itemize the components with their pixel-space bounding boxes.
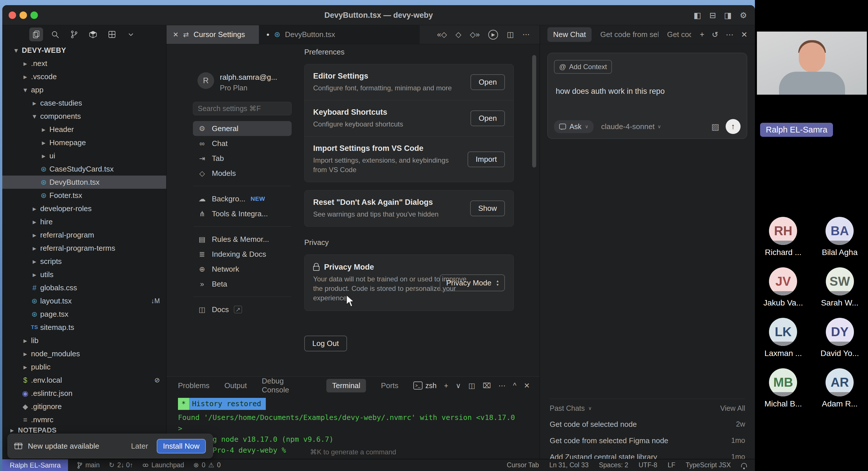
explorer-item[interactable]: ⊛ layout.tsx ↓M xyxy=(2,294,166,307)
layouts-icon[interactable] xyxy=(105,28,119,41)
sync-item[interactable]: ↻ 2↓ 0↑ xyxy=(109,461,133,469)
source-control-icon[interactable] xyxy=(67,28,81,41)
status-item[interactable]: Spaces: 2 xyxy=(599,461,628,469)
settings-nav-item[interactable]: ◇ Models xyxy=(193,166,291,181)
titlebar-icon[interactable]: ◧ xyxy=(693,11,701,20)
explorer-item[interactable]: ▸ developer-roles xyxy=(2,202,166,215)
participant[interactable]: AR Adam R... xyxy=(822,368,857,408)
settings-nav-item[interactable]: ▤ Rules & Memor... xyxy=(193,232,291,247)
explorer-item[interactable]: ▾ app xyxy=(2,83,166,96)
titlebar-icon[interactable]: ⚙ xyxy=(740,11,747,20)
chat-tab[interactable]: Get cod xyxy=(667,30,691,39)
explorer-item[interactable]: ▸ Header xyxy=(2,123,166,136)
explorer-item[interactable]: ≡ .nvmrc xyxy=(2,413,166,426)
status-item[interactable]: TypeScript JSX xyxy=(686,461,731,469)
explorer-item[interactable]: ▾ components xyxy=(2,109,166,123)
terminal-output[interactable]: * History restored Found '/Users/home/Do… xyxy=(166,395,539,456)
chat-prompt-text[interactable]: how does auth work in this repo xyxy=(556,87,665,96)
explorer-item[interactable]: ▸ node_modules xyxy=(2,347,166,360)
send-button[interactable]: ↑ xyxy=(725,119,741,134)
settings-nav-item[interactable]: ⚙ General xyxy=(193,121,291,136)
editor-action-icon[interactable]: ◇ xyxy=(456,30,461,39)
settings-nav-item[interactable]: » Beta xyxy=(193,276,291,292)
launchpad-item[interactable]: Launchpad xyxy=(143,461,184,469)
explorer-icon[interactable] xyxy=(29,28,43,41)
privacy-mode-select[interactable]: Privacy Mode ▴▾ xyxy=(440,274,505,291)
chat-action-icon[interactable]: ⋯ xyxy=(725,30,733,39)
participant[interactable]: LK Laxman ... xyxy=(764,318,802,358)
titlebar-icon[interactable]: ◨ xyxy=(724,11,732,20)
participant[interactable]: SW Sarah W... xyxy=(821,267,859,307)
preference-action-button[interactable]: Import xyxy=(468,152,505,167)
explorer-item[interactable]: ▸ scripts xyxy=(2,255,166,268)
status-item[interactable]: Cursor Tab xyxy=(507,461,539,469)
explorer-item[interactable]: TS sitemap.ts xyxy=(2,321,166,334)
settings-nav-item[interactable]: ⋔ Tools & Integra... xyxy=(193,206,291,221)
log-out-button[interactable]: Log Out xyxy=(304,336,347,351)
video-feed[interactable] xyxy=(757,32,867,95)
explorer-item[interactable]: ▸ .next xyxy=(2,57,166,70)
explorer-item[interactable]: ◆ .gitignore xyxy=(2,400,166,413)
view-all-link[interactable]: View All xyxy=(720,404,745,412)
explorer-item[interactable]: ⊛ page.tsx xyxy=(2,307,166,321)
explorer-item[interactable]: # globals.css xyxy=(2,281,166,294)
status-item[interactable]: Ln 31, Col 33 xyxy=(549,461,589,469)
explorer-item[interactable]: ▸ ui xyxy=(2,149,166,162)
panel-tab[interactable]: Output xyxy=(224,381,247,390)
panel-tab[interactable]: Terminal xyxy=(327,379,366,393)
editor-action-icon[interactable]: ◫ xyxy=(507,30,514,39)
panel-tab[interactable]: Problems xyxy=(178,381,210,390)
panel-tab[interactable]: Debug Console xyxy=(262,377,311,395)
ask-mode-dropdown[interactable]: Ask ∨ xyxy=(554,120,594,133)
participant[interactable]: JV Jakub Va... xyxy=(763,267,803,307)
explorer-item[interactable]: ⊛ DevyButton.tsx xyxy=(2,175,166,189)
past-chat-item[interactable]: Get code from selected Figma node 1mo xyxy=(550,436,745,445)
explorer-item[interactable]: ▸ public xyxy=(2,360,166,373)
extensions-icon[interactable] xyxy=(86,28,100,41)
search-icon[interactable] xyxy=(48,28,62,41)
explorer-item[interactable]: ▸ referral-program-terms xyxy=(2,241,166,255)
later-button[interactable]: Later xyxy=(128,440,151,452)
tab-cursor-settings[interactable]: ✕ ⇄ Cursor Settings xyxy=(166,25,259,44)
terminal-action-icon[interactable]: ◫ xyxy=(468,381,475,390)
explorer-item[interactable]: ▸ .vscode xyxy=(2,70,166,83)
status-item[interactable]: LF xyxy=(668,461,675,469)
chat-action-icon[interactable]: ↺ xyxy=(712,30,718,39)
past-chats-title[interactable]: Past Chats xyxy=(550,404,585,412)
participant[interactable]: MB Michal B... xyxy=(764,368,802,408)
chat-action-icon[interactable]: ✕ xyxy=(741,30,747,39)
close-tab-icon[interactable]: ✕ xyxy=(173,31,179,39)
chevron-down-icon[interactable] xyxy=(124,28,138,41)
show-button[interactable]: Show xyxy=(470,201,505,216)
participant[interactable]: DY David Yo... xyxy=(820,318,859,358)
panel-tab[interactable]: Ports xyxy=(381,381,398,390)
editor-action-icon[interactable]: ⋯ xyxy=(522,30,530,39)
explorer-item[interactable]: ▸ hire xyxy=(2,215,166,228)
add-context-button[interactable]: @ Add Context xyxy=(554,60,612,74)
explorer-item[interactable]: ⊛ Footer.tsx xyxy=(2,189,166,202)
notifications-bell-icon[interactable] xyxy=(741,463,747,467)
past-chat-item[interactable]: Get code of selected node 2w xyxy=(550,420,745,429)
settings-nav-item[interactable]: ⇥ Tab xyxy=(193,151,291,166)
notepads-section[interactable]: ▸ NOTEPADS xyxy=(10,426,57,434)
settings-nav-item-docs[interactable]: ◫ Docs ↗ xyxy=(193,302,291,317)
terminal-action-icon[interactable]: ^ xyxy=(513,381,516,390)
explorer-item[interactable]: ▸ Homepage xyxy=(2,136,166,149)
terminal-action-icon[interactable]: + xyxy=(444,381,448,390)
explorer-item[interactable]: $ .env.local ⊘ xyxy=(2,373,166,387)
editor-action-icon[interactable]: ▶ xyxy=(488,30,498,40)
settings-nav-item[interactable]: ⊕ Network xyxy=(193,262,291,276)
errors-item[interactable]: ⊗ 0 ⚠ 0 xyxy=(193,461,221,469)
terminal-action-icon[interactable]: ✕ xyxy=(524,381,530,390)
explorer-item[interactable]: ▸ utils xyxy=(2,268,166,281)
terminal-action-icon[interactable]: ∨ xyxy=(456,381,461,390)
attach-image-icon[interactable]: ▨ xyxy=(711,122,719,132)
explorer-item[interactable]: ▾ DEVY-WEBY xyxy=(2,44,166,57)
settings-nav-item[interactable]: ≣ Indexing & Docs xyxy=(193,247,291,262)
tab-devybutton[interactable]: ● ⊛ DevyButton.tsx xyxy=(259,25,420,44)
preference-action-button[interactable]: Open xyxy=(470,74,505,90)
tab-new-chat[interactable]: New Chat xyxy=(547,27,592,42)
preference-action-button[interactable]: Open xyxy=(470,110,505,126)
explorer-item[interactable]: ◉ .eslintrc.json xyxy=(2,387,166,400)
explorer-item[interactable]: ▸ case-studies xyxy=(2,96,166,109)
